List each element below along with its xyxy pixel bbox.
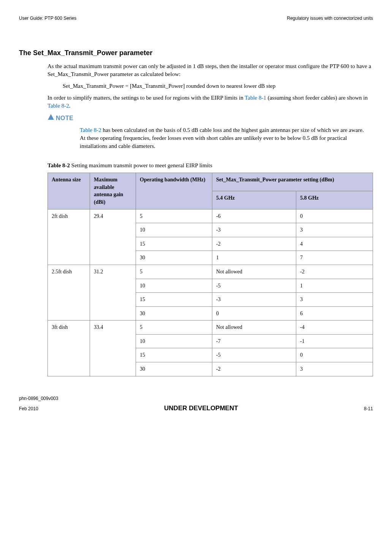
svg-marker-0 xyxy=(48,114,54,120)
cell-bw: 30 xyxy=(136,306,212,321)
paragraph-2: In order to simplify matters, the settin… xyxy=(47,94,373,110)
cell-54: -2 xyxy=(212,237,296,251)
cell-58: 4 xyxy=(296,237,373,251)
cell-58: 0 xyxy=(296,348,373,362)
cell-54: -5 xyxy=(212,348,296,362)
cell-54: 1 xyxy=(212,251,296,265)
footer-page: 8-11 xyxy=(364,406,373,412)
para2-mid: (assuming short feeder cables) are shown… xyxy=(266,95,368,101)
caption-label: Table 8-2 xyxy=(47,162,70,168)
cell-58: 7 xyxy=(296,251,373,265)
cell-bw: 5 xyxy=(136,265,212,279)
header-right: Regulatory issues with connectorized uni… xyxy=(287,15,373,22)
cell-58: 0 xyxy=(296,209,373,223)
para2-pre: In order to simplify matters, the settin… xyxy=(47,95,245,101)
table-header-row: Antenna size Maximum available antenna g… xyxy=(48,173,373,191)
note-label-text: NOTE xyxy=(56,114,73,122)
cell-58: 3 xyxy=(296,223,373,237)
cell-gain: 31.2 xyxy=(90,265,136,320)
th-54ghz: 5.4 GHz xyxy=(212,191,296,209)
th-set-max-power: Set_Max_Transmit_Power parameter setting… xyxy=(212,173,373,191)
note-body-text: has been calculated on the basis of 0.5 … xyxy=(80,127,364,149)
th-58ghz: 5.8 GHz xyxy=(296,191,373,209)
cell-58: -4 xyxy=(296,321,373,335)
cell-58: -2 xyxy=(296,265,373,279)
eirp-table: Antenna size Maximum available antenna g… xyxy=(47,173,373,376)
th-max-gain: Maximum available antenna gain (dBi) xyxy=(90,173,136,209)
table-caption: Table 8-2 Setting maximum transmit power… xyxy=(47,162,373,170)
cell-54: -7 xyxy=(212,334,296,348)
cell-bw: 15 xyxy=(136,237,212,251)
cell-58: -1 xyxy=(296,334,373,348)
footer-line-2: Feb 2010 UNDER DEVELOPMENT 8-11 xyxy=(19,404,373,413)
note-icon xyxy=(47,114,54,123)
cell-gain: 33.4 xyxy=(90,321,136,376)
cell-bw: 5 xyxy=(136,209,212,223)
header-left: User Guide: PTP 600 Series xyxy=(19,15,76,22)
formula-text: Set_Max_Transmit_Power = [Max_Transmit_P… xyxy=(63,82,362,90)
section-heading: The Set_Max_Transmit_Power parameter xyxy=(19,48,373,58)
cell-bw: 15 xyxy=(136,348,212,362)
cell-bw: 30 xyxy=(136,362,212,376)
cell-58: 6 xyxy=(296,306,373,321)
cell-size: 2ft dish xyxy=(48,209,90,265)
caption-text: Setting maximum transmit power to meet g… xyxy=(70,162,212,168)
cell-54: -6 xyxy=(212,209,296,223)
th-antenna-size: Antenna size xyxy=(48,173,90,209)
page-header: User Guide: PTP 600 Series Regulatory is… xyxy=(19,15,373,22)
table-row: 3ft dish 33.4 5 Not allowed -4 xyxy=(48,321,373,335)
cell-size: 3ft dish xyxy=(48,321,90,376)
cell-54: -3 xyxy=(212,223,296,237)
cell-size: 2.5ft dish xyxy=(48,265,90,320)
para2-post: . xyxy=(69,103,71,109)
cell-bw: 10 xyxy=(136,279,212,293)
cell-54: Not allowed xyxy=(212,321,296,335)
cell-bw: 30 xyxy=(136,251,212,265)
cell-bw: 10 xyxy=(136,334,212,348)
footer-doc: phn-0896_009v003 xyxy=(19,395,373,402)
cell-bw: 10 xyxy=(136,223,212,237)
cell-54: Not allowed xyxy=(212,265,296,279)
table-row: 2ft dish 29.4 5 -6 0 xyxy=(48,209,373,223)
cell-bw: 15 xyxy=(136,293,212,307)
cell-gain: 29.4 xyxy=(90,209,136,265)
note-body: Table 8-2 has been calculated on the bas… xyxy=(80,126,365,150)
cell-54: -5 xyxy=(212,279,296,293)
footer-date: Feb 2010 xyxy=(19,406,38,412)
cell-54: -2 xyxy=(212,362,296,376)
cell-bw: 5 xyxy=(136,321,212,335)
note-label: NOTE xyxy=(47,114,373,123)
link-table-8-2-note[interactable]: Table 8-2 xyxy=(80,127,101,133)
footer-status: UNDER DEVELOPMENT xyxy=(164,404,238,413)
cell-54: 0 xyxy=(212,306,296,321)
link-table-8-1[interactable]: Table 8-1 xyxy=(245,95,266,101)
th-bandwidth: Operating bandwidth (MHz) xyxy=(136,173,212,209)
page-footer: phn-0896_009v003 Feb 2010 UNDER DEVELOPM… xyxy=(19,395,373,413)
cell-58: 3 xyxy=(296,293,373,307)
cell-58: 1 xyxy=(296,279,373,293)
cell-54: -3 xyxy=(212,293,296,307)
link-table-8-2[interactable]: Table 8-2 xyxy=(47,103,69,109)
paragraph-1: As the actual maximum transmit power can… xyxy=(47,62,373,78)
cell-58: 3 xyxy=(296,362,373,376)
table-row: 2.5ft dish 31.2 5 Not allowed -2 xyxy=(48,265,373,279)
